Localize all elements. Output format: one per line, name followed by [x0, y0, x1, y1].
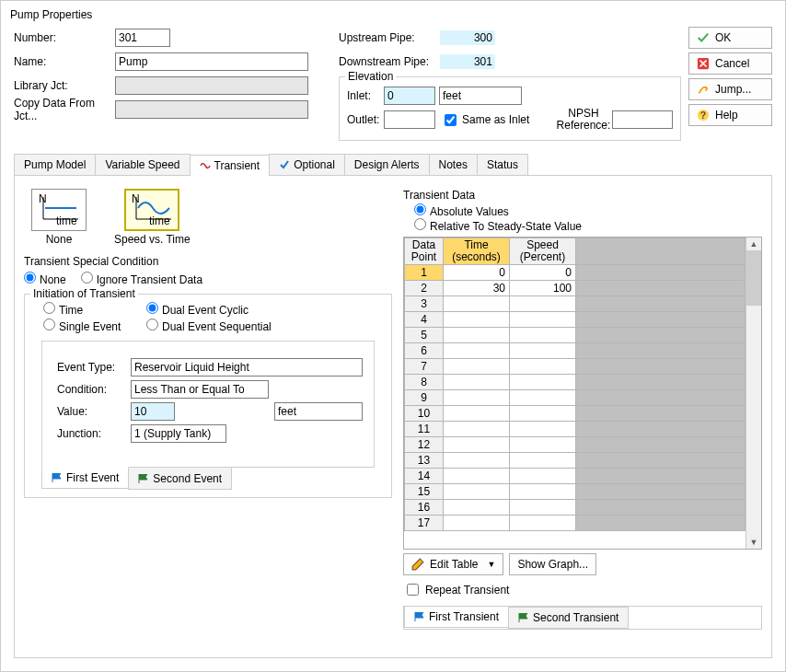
row-header[interactable]: 10 — [405, 406, 444, 422]
special-none[interactable]: None — [24, 272, 66, 286]
row-header[interactable]: 7 — [405, 359, 444, 375]
event-type-select[interactable]: Reservoir Liquid Height — [131, 358, 363, 377]
cell-speed[interactable] — [510, 422, 576, 437]
value-input[interactable] — [131, 402, 175, 421]
row-header[interactable]: 1 — [405, 265, 444, 281]
cell-speed[interactable] — [510, 296, 576, 312]
cell-time[interactable] — [444, 437, 510, 453]
row-header[interactable]: 6 — [405, 343, 444, 359]
opt-none[interactable]: Ntime None — [31, 189, 87, 246]
value-unit-select[interactable]: feet — [274, 402, 363, 421]
library-select[interactable] — [115, 76, 308, 95]
cell-time[interactable] — [444, 359, 510, 375]
cell-time[interactable] — [444, 453, 510, 469]
jump-button[interactable]: Jump... — [688, 78, 772, 100]
cell-speed[interactable] — [510, 359, 576, 375]
show-graph-button[interactable]: Show Graph... — [509, 553, 596, 575]
number-input[interactable] — [115, 29, 170, 47]
row-header[interactable]: 16 — [405, 500, 444, 516]
help-button[interactable]: ?Help — [688, 104, 772, 126]
outlet-input[interactable] — [384, 110, 435, 129]
tab-variable-speed[interactable]: Variable Speed — [95, 154, 190, 175]
cell-time[interactable] — [444, 469, 510, 484]
tab-notes[interactable]: Notes — [429, 154, 478, 175]
cell-time[interactable]: 30 — [444, 281, 510, 296]
cell-speed[interactable] — [510, 406, 576, 422]
special-ignore[interactable]: Ignore Transient Data — [81, 272, 202, 286]
row-header[interactable]: 4 — [405, 312, 444, 328]
tdata-abs[interactable]: Absolute Values — [414, 205, 509, 218]
scroll-thumb[interactable] — [746, 250, 761, 306]
cancel-button[interactable]: Cancel — [688, 52, 772, 75]
cell-time[interactable] — [444, 516, 510, 531]
npsh-input[interactable] — [612, 110, 673, 129]
edit-table-button[interactable]: Edit Table▼ — [403, 553, 503, 575]
row-header[interactable]: 15 — [405, 484, 444, 500]
condition-select[interactable]: Less Than or Equal To — [131, 380, 269, 399]
row-header[interactable]: 8 — [405, 375, 444, 390]
cell-time[interactable] — [444, 375, 510, 390]
cell-time[interactable] — [444, 312, 510, 328]
transient-table[interactable]: Data Point Time (seconds) Speed (Percent… — [403, 237, 762, 550]
cell-speed[interactable] — [510, 343, 576, 359]
cell-time[interactable] — [444, 296, 510, 312]
inlet-unit-select[interactable]: feet — [439, 87, 522, 105]
inlet-input[interactable] — [384, 87, 435, 105]
cell-time[interactable] — [444, 484, 510, 500]
copy-select[interactable] — [115, 100, 308, 119]
cell-speed[interactable] — [510, 484, 576, 500]
tab-design-alerts[interactable]: Design Alerts — [344, 154, 430, 175]
cell-speed[interactable] — [510, 375, 576, 390]
row-header[interactable]: 13 — [405, 453, 444, 469]
junction-select[interactable]: 1 (Supply Tank) — [131, 424, 226, 443]
tab-transient[interactable]: Transient — [190, 155, 271, 176]
init-single[interactable]: Single Event — [43, 319, 132, 333]
cell-speed[interactable] — [510, 516, 576, 531]
cell-speed[interactable] — [510, 469, 576, 484]
tdata-rel[interactable]: Relative To Steady-State Value — [414, 220, 582, 233]
opt-speed-vs-time[interactable]: Ntime Speed vs. Time — [114, 189, 191, 246]
init-dual-cyclic[interactable]: Dual Event Cyclic — [146, 302, 249, 317]
scroll-down-icon[interactable]: ▼ — [746, 536, 761, 549]
cell-time[interactable] — [444, 343, 510, 359]
ok-button[interactable]: OK — [688, 27, 772, 49]
row-header[interactable]: 12 — [405, 437, 444, 453]
repeat-transient-check[interactable]: Repeat Transient — [403, 581, 762, 598]
cell-time[interactable] — [444, 500, 510, 516]
init-time[interactable]: Time — [43, 302, 132, 317]
name-select[interactable]: Pump — [115, 52, 308, 71]
row-header[interactable]: 2 — [405, 281, 444, 296]
table-scrollbar[interactable]: ▲ ▼ — [746, 238, 761, 549]
cell-time[interactable] — [444, 406, 510, 422]
cell-speed[interactable] — [510, 328, 576, 343]
row-header[interactable]: 3 — [405, 296, 444, 312]
init-dual-seq[interactable]: Dual Event Sequential — [146, 319, 272, 333]
row-header[interactable]: 9 — [405, 390, 444, 406]
subtab-first-event[interactable]: First Event — [41, 467, 129, 489]
subtab-second-event[interactable]: Second Event — [128, 468, 232, 490]
row-header[interactable]: 17 — [405, 516, 444, 531]
row-header[interactable]: 11 — [405, 422, 444, 437]
row-header[interactable]: 14 — [405, 469, 444, 484]
col-speed[interactable]: Speed (Percent) — [510, 238, 576, 265]
cell-speed[interactable]: 0 — [510, 265, 576, 281]
tab-optional[interactable]: Optional — [269, 154, 345, 175]
cell-speed[interactable] — [510, 500, 576, 516]
col-time[interactable]: Time (seconds) — [444, 238, 510, 265]
subtab-second-transient[interactable]: Second Transient — [508, 607, 629, 629]
cell-time[interactable] — [444, 422, 510, 437]
tab-pump-model[interactable]: Pump Model — [14, 154, 96, 175]
cell-speed[interactable]: 100 — [510, 281, 576, 296]
tab-status[interactable]: Status — [477, 154, 528, 175]
cell-speed[interactable] — [510, 437, 576, 453]
col-point[interactable]: Data Point — [405, 238, 444, 265]
cell-speed[interactable] — [510, 390, 576, 406]
subtab-first-transient[interactable]: First Transient — [404, 606, 509, 628]
same-as-inlet-check[interactable]: Same as Inlet — [441, 111, 542, 129]
cell-time[interactable] — [444, 328, 510, 343]
cell-time[interactable]: 0 — [444, 265, 510, 281]
cell-time[interactable] — [444, 390, 510, 406]
cell-speed[interactable] — [510, 312, 576, 328]
row-header[interactable]: 5 — [405, 328, 444, 343]
cell-speed[interactable] — [510, 453, 576, 469]
